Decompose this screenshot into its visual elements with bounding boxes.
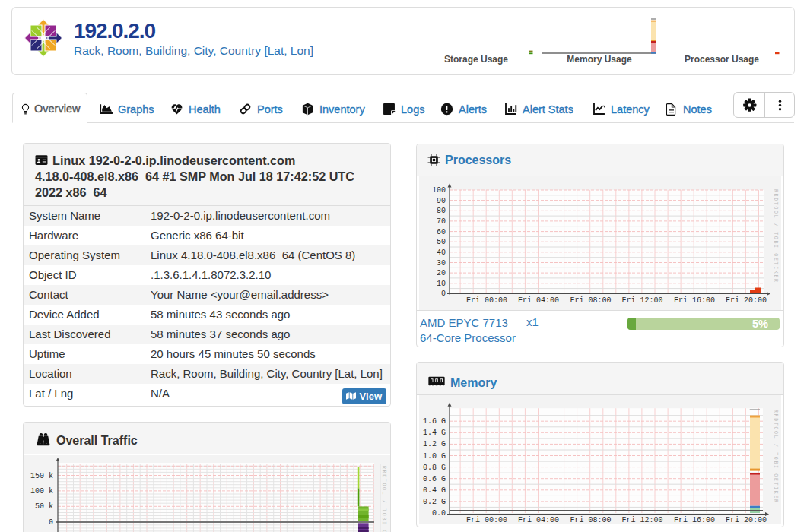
svg-text:0.4 G: 0.4 G — [423, 486, 446, 495]
svg-text:Fri 16:00: Fri 16:00 — [674, 296, 715, 305]
svg-text:Fri 04:00: Fri 04:00 — [518, 516, 559, 524]
svg-text:1.0 G: 1.0 G — [423, 452, 446, 461]
svg-text:Fri 16:00: Fri 16:00 — [674, 516, 715, 524]
svg-text:0: 0 — [49, 518, 53, 527]
svg-text:RRDTOOL / TOBI OETIKER: RRDTOOL / TOBI OETIKER — [773, 189, 778, 282]
svg-text:100 k: 100 k — [30, 487, 53, 496]
svg-text:1.6 G: 1.6 G — [423, 417, 446, 426]
svg-text:50: 50 — [437, 238, 446, 246]
svg-text:40: 40 — [437, 249, 446, 257]
svg-text:50 k: 50 k — [35, 502, 53, 511]
svg-text:80: 80 — [437, 207, 446, 215]
svg-text:10: 10 — [437, 280, 446, 288]
svg-text:0: 0 — [441, 290, 446, 298]
svg-text:RRDTOOL / TOBI OETIKER: RRDTOOL / TOBI OETIKER — [773, 410, 778, 502]
svg-text:Fri 04:00: Fri 04:00 — [518, 296, 559, 305]
svg-text:Fri 20:00: Fri 20:00 — [726, 516, 767, 524]
svg-text:0.0: 0.0 — [432, 509, 446, 518]
svg-text:Fri 00:00: Fri 00:00 — [466, 296, 507, 305]
svg-text:Fri 08:00: Fri 08:00 — [570, 516, 611, 524]
svg-text:0.2 G: 0.2 G — [423, 498, 446, 506]
svg-text:30: 30 — [437, 259, 446, 268]
svg-text:60: 60 — [437, 228, 446, 236]
svg-text:1.2 G: 1.2 G — [423, 440, 446, 448]
svg-text:0.6 G: 0.6 G — [423, 475, 446, 483]
svg-text:150 k: 150 k — [30, 472, 53, 480]
svg-text:Fri 20:00: Fri 20:00 — [726, 296, 767, 305]
svg-text:100: 100 — [432, 186, 446, 195]
svg-text:Fri 08:00: Fri 08:00 — [570, 296, 611, 305]
svg-text:Fri 12:00: Fri 12:00 — [622, 296, 663, 305]
svg-text:20: 20 — [437, 269, 446, 277]
svg-text:70: 70 — [437, 217, 446, 226]
svg-text:90: 90 — [437, 197, 446, 205]
svg-text:1.4 G: 1.4 G — [423, 429, 446, 437]
svg-text:Fri 12:00: Fri 12:00 — [622, 516, 663, 524]
svg-text:0.8 G: 0.8 G — [423, 464, 446, 472]
svg-text:Fri 00:00: Fri 00:00 — [466, 516, 507, 524]
